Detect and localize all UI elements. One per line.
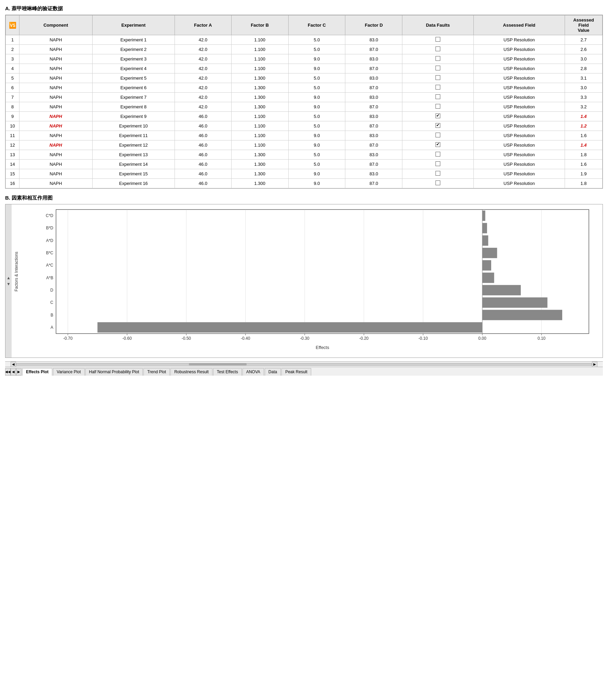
chart-area: -0.70-0.60-0.50-0.40-0.30-0.20-0.100.000… [12, 204, 603, 358]
cell-factora: 42.0 [175, 73, 231, 83]
cell-data-faults[interactable] [402, 150, 473, 160]
cell-factora: 46.0 [175, 112, 231, 121]
cell-assessed-value: 3.0 [565, 54, 603, 64]
cell-data-faults[interactable] [402, 35, 473, 45]
scroll-left-arrow[interactable]: ◀ [11, 362, 16, 367]
checkbox-unchecked[interactable] [436, 133, 440, 137]
tab-prev-btn[interactable]: ◀◀ [5, 368, 11, 376]
cell-factora: 42.0 [175, 64, 231, 73]
table-row: 9NAPHExperiment 946.01.1005.083.0USP Res… [6, 112, 603, 121]
cell-factord: 83.0 [345, 131, 402, 140]
row-num: 4 [6, 64, 19, 73]
tab-peak-result[interactable]: Peak Result [281, 368, 311, 376]
cell-data-faults[interactable] [402, 73, 473, 83]
cell-factorc: 5.0 [288, 45, 345, 54]
cell-factorc: 5.0 [288, 35, 345, 45]
svg-text:-0.50: -0.50 [182, 336, 191, 341]
cell-data-faults[interactable] [402, 140, 473, 150]
checkbox-unchecked[interactable] [436, 171, 440, 176]
svg-text:-0.20: -0.20 [359, 336, 369, 341]
cell-factord: 83.0 [345, 54, 402, 64]
cell-component: NAPH [19, 45, 93, 54]
cell-factora: 46.0 [175, 169, 231, 179]
tab-next-single-btn[interactable]: ▶ [16, 368, 22, 376]
cell-factorc: 5.0 [288, 73, 345, 83]
table-row: 6NAPHExperiment 642.01.3005.087.0USP Res… [6, 83, 603, 93]
cell-factord: 83.0 [345, 150, 402, 160]
cell-data-faults[interactable] [402, 45, 473, 54]
cell-assessed-value: 3.2 [565, 102, 603, 112]
cell-experiment: Experiment 12 [92, 140, 175, 150]
chart-scroll-controls[interactable]: ▲ ▼ [5, 204, 12, 358]
cell-data-faults[interactable] [402, 83, 473, 93]
cell-data-faults[interactable] [402, 169, 473, 179]
cell-data-faults[interactable] [402, 160, 473, 169]
tab-data[interactable]: Data [265, 368, 281, 376]
checkbox-unchecked[interactable] [436, 75, 440, 80]
scrollbar-track[interactable] [16, 363, 592, 366]
cell-assessed-value: 2.7 [565, 35, 603, 45]
table-row: 5NAPHExperiment 542.01.3005.083.0USP Res… [6, 73, 603, 83]
cell-data-faults[interactable] [402, 131, 473, 140]
col-factor-c: Factor C [288, 15, 345, 35]
cell-data-faults[interactable] [402, 102, 473, 112]
tab-effects-plot[interactable]: Effects Plot [22, 368, 52, 376]
checkbox-unchecked[interactable] [436, 37, 440, 42]
tab-trend-plot[interactable]: Trend Plot [143, 368, 170, 376]
cell-factorb: 1.100 [231, 131, 288, 140]
svg-rect-46 [97, 322, 482, 333]
table-row: 11NAPHExperiment 1146.01.1009.083.0USP R… [6, 131, 603, 140]
cell-data-faults[interactable] [402, 93, 473, 102]
row-num: 12 [6, 140, 19, 150]
tab-prev-single-btn[interactable]: ◀ [11, 368, 16, 376]
tab-test-effects[interactable]: Test Effects [213, 368, 242, 376]
cell-factora: 42.0 [175, 45, 231, 54]
checkbox-unchecked[interactable] [436, 161, 440, 166]
scroll-down-icon[interactable]: ▼ [6, 282, 11, 286]
cell-assessed-value: 1.8 [565, 179, 603, 188]
checkbox-checked[interactable] [436, 123, 440, 128]
svg-rect-42 [482, 297, 548, 308]
row-num: 3 [6, 54, 19, 64]
checkbox-unchecked[interactable] [436, 56, 440, 61]
checkbox-unchecked[interactable] [436, 180, 440, 185]
checkbox-unchecked[interactable] [436, 85, 440, 90]
checkbox-unchecked[interactable] [436, 94, 440, 99]
cell-data-faults[interactable] [402, 121, 473, 131]
horizontal-scrollbar[interactable]: ◀ ▶ [5, 361, 603, 367]
tab-anova[interactable]: ANOVA [243, 368, 264, 376]
cell-assessed-value: 1.9 [565, 169, 603, 179]
row-num: 14 [6, 160, 19, 169]
svg-rect-36 [482, 260, 491, 270]
scroll-right-arrow[interactable]: ▶ [592, 362, 597, 367]
checkbox-unchecked[interactable] [436, 104, 440, 109]
cell-assessed-field: USP Resolution [473, 169, 565, 179]
data-table: 🆚 Component Experiment Factor A Factor B… [5, 15, 603, 188]
checkbox-unchecked[interactable] [436, 152, 440, 157]
cell-component: NAPH [19, 140, 93, 150]
cell-factorc: 5.0 [288, 112, 345, 121]
cell-data-faults[interactable] [402, 54, 473, 64]
tab-robustness-result[interactable]: Robustness Result [170, 368, 212, 376]
checkbox-checked[interactable] [436, 113, 440, 118]
scroll-up-icon[interactable]: ▲ [6, 275, 11, 280]
checkbox-checked[interactable] [436, 142, 440, 147]
cell-component: NAPH [19, 102, 93, 112]
col-assessed-value: Assessed FieldValue [565, 15, 603, 35]
cell-factorb: 1.100 [231, 35, 288, 45]
cell-assessed-value: 3.1 [565, 73, 603, 83]
svg-rect-30 [482, 223, 487, 233]
checkbox-unchecked[interactable] [436, 66, 440, 70]
cell-component: NAPH [19, 54, 93, 64]
cell-assessed-field: USP Resolution [473, 150, 565, 160]
checkbox-unchecked[interactable] [436, 46, 440, 51]
cell-assessed-value: 1.4 [565, 140, 603, 150]
row-num: 6 [6, 83, 19, 93]
tab-variance-plot[interactable]: Variance Plot [53, 368, 84, 376]
tab-half-normal-probability-plot[interactable]: Half Normal Probability Plot [85, 368, 143, 376]
cell-data-faults[interactable] [402, 179, 473, 188]
cell-data-faults[interactable] [402, 64, 473, 73]
cell-factord: 87.0 [345, 160, 402, 169]
scrollbar-thumb[interactable] [189, 363, 246, 365]
cell-data-faults[interactable] [402, 112, 473, 121]
